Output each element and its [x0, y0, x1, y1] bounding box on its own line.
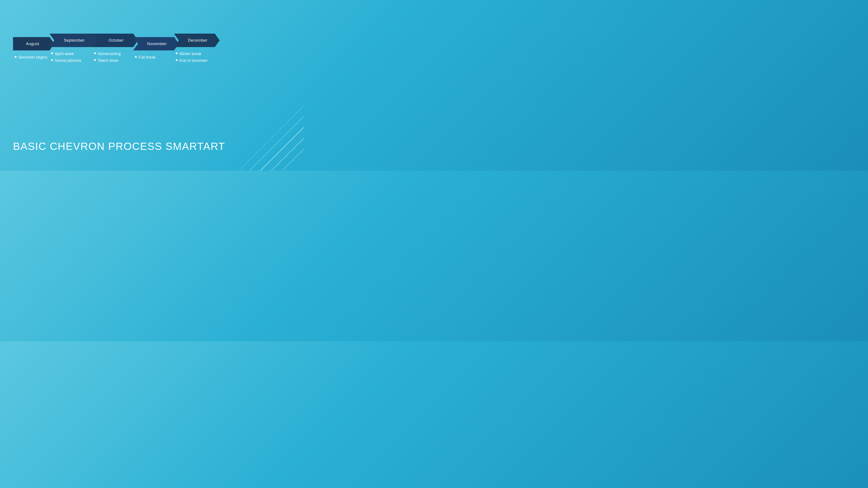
- bullet-item: Talent show: [94, 58, 138, 64]
- bullet-dot: [51, 53, 53, 54]
- bullet-dot: [176, 59, 178, 61]
- chevron-arrow-august: August: [13, 37, 54, 51]
- bullet-dot: [94, 59, 96, 61]
- bullet-text: School pictures: [55, 58, 82, 64]
- bullet-item: Fall break: [135, 55, 179, 60]
- bullet-text: Fall break: [138, 55, 156, 60]
- svg-line-2: [282, 149, 304, 171]
- slide-title: BASIC CHEVRON PROCESS SMARTART: [13, 140, 225, 152]
- bullet-dot: [135, 56, 137, 58]
- bullet-text: Talent show: [98, 58, 118, 64]
- chevron-label-december: December: [180, 38, 214, 43]
- chevron-bullets-august: Semester begins: [13, 55, 51, 61]
- chevron-step-september: SeptemberSpirit weekSchool pictures: [50, 34, 97, 64]
- bullet-text: Homecoming: [98, 51, 121, 57]
- bullet-item: Homecoming: [94, 51, 138, 57]
- chevron-process: AugustSemester beginsSeptemberSpirit wee…: [13, 34, 220, 64]
- svg-line-4: [239, 106, 304, 171]
- svg-line-3: [250, 117, 304, 171]
- chevron-step-december: DecemberWinter breakEnd of semester: [174, 34, 220, 64]
- chevron-arrow-november: November: [133, 37, 179, 51]
- chevron-step-october: OctoberHomecomingTalent show: [92, 34, 138, 64]
- bullet-item: Winter break: [176, 51, 220, 57]
- chevron-bullets-december: Winter breakEnd of semester: [174, 51, 220, 64]
- bullet-item: End of semester: [176, 58, 220, 64]
- chevron-bullets-november: Fall break: [133, 55, 179, 61]
- bullet-dot: [94, 53, 96, 54]
- chevron-label-september: September: [56, 38, 91, 43]
- chevron-arrow-december: December: [174, 34, 220, 47]
- svg-line-1: [271, 138, 304, 171]
- chevron-step-november: NovemberFall break: [133, 37, 179, 61]
- bullet-item: Spirit week: [51, 51, 95, 57]
- chevron-bullets-october: HomecomingTalent show: [92, 51, 138, 64]
- bullet-text: Semester begins: [18, 55, 48, 60]
- chevron-label-november: November: [139, 41, 173, 46]
- bullet-dot: [176, 53, 178, 54]
- chevron-arrow-september: September: [50, 34, 97, 47]
- bullet-dot: [15, 56, 17, 58]
- chevron-step-august: AugustSemester begins: [13, 37, 54, 61]
- chevron-label-october: October: [101, 38, 130, 43]
- chevron-bullets-september: Spirit weekSchool pictures: [50, 51, 95, 64]
- bullet-item: School pictures: [51, 58, 95, 64]
- bullet-item: Semester begins: [15, 55, 51, 60]
- bullet-dot: [51, 59, 53, 61]
- bullet-text: Spirit week: [55, 51, 74, 57]
- chevron-arrow-october: October: [92, 34, 138, 47]
- bullet-text: End of semester: [179, 58, 208, 64]
- svg-line-0: [260, 127, 304, 171]
- decorative-lines: [228, 95, 304, 171]
- bullet-text: Winter break: [179, 51, 202, 57]
- chevron-label-august: August: [22, 41, 45, 46]
